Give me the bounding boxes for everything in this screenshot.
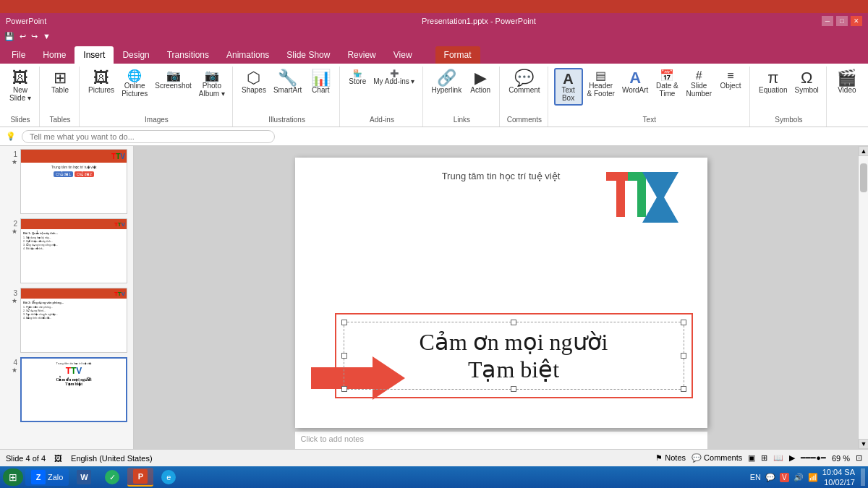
slide-img-2: T T V Bài 1: Quản trị máy tính... 1. Nội…: [20, 218, 127, 283]
slide-num-2: 2: [7, 220, 17, 228]
scroll-thumb[interactable]: [860, 163, 867, 192]
restore-button[interactable]: □: [836, 16, 848, 26]
pictures-button[interactable]: 🖼 Pictures: [85, 68, 117, 96]
tell-me-input[interactable]: [22, 130, 275, 143]
taskbar-zalo[interactable]: Z Zalo: [25, 468, 69, 486]
handle-bl[interactable]: [341, 386, 347, 392]
audio-button[interactable]: 🔊 Audio: [863, 68, 868, 96]
tab-design[interactable]: Design: [114, 46, 158, 64]
slide-thumb-2[interactable]: 2 ★ T T V Bài 1: Quản trị máy tính... 1.…: [3, 218, 130, 283]
view-slide-sorter-icon[interactable]: ⊞: [761, 453, 767, 463]
zoom-slider[interactable]: ━━━●━: [801, 453, 826, 463]
handle-mr[interactable]: [681, 353, 686, 359]
qat-redo[interactable]: ↪: [30, 30, 39, 43]
tab-view[interactable]: View: [385, 46, 421, 64]
slide-number-button[interactable]: # SlideNumber: [683, 68, 715, 100]
new-slide-button[interactable]: 🖼 NewSlide ▾: [6, 68, 35, 104]
zoom-fit-icon[interactable]: ⊡: [856, 453, 862, 463]
slide-thumb-4[interactable]: 4 ★ Trung tâm tin học trí tuệ việt T T V…: [3, 357, 130, 422]
qat-more[interactable]: ▼: [41, 30, 52, 42]
taskbar-word[interactable]: W: [71, 468, 97, 486]
ribbon-group-images: 🖼 Pictures 🌐 OnlinePictures 📷 Screenshot…: [81, 67, 233, 127]
date-display: 10/02/17: [822, 477, 855, 487]
header-footer-icon: ▤: [595, 70, 606, 82]
tab-review[interactable]: Review: [339, 46, 384, 64]
tab-slideshow[interactable]: Slide Show: [278, 46, 339, 64]
green-app-icon: ✓: [105, 470, 119, 484]
taskbar-powerpoint[interactable]: P: [127, 468, 153, 487]
object-button[interactable]: ≡ Object: [716, 68, 745, 92]
images-group-label: Images: [145, 116, 169, 125]
tab-transitions[interactable]: Transitions: [158, 46, 218, 64]
date-time-icon: 📅: [660, 70, 674, 82]
slides-group-label: Slides: [10, 116, 30, 125]
scroll-up-button[interactable]: ▲: [859, 146, 868, 156]
start-button[interactable]: ⊞: [3, 468, 23, 486]
slide-thumb-3[interactable]: 3 ★ T T V Bài 2: Ứng dụng văn phòng... 1…: [3, 288, 130, 353]
scroll-down-button[interactable]: ▼: [859, 439, 868, 449]
taskbar-green[interactable]: ✓: [99, 468, 125, 486]
view-slideshow-icon[interactable]: ▶: [789, 453, 795, 463]
taskbar-ie[interactable]: e: [156, 468, 182, 486]
handle-bc[interactable]: [511, 386, 516, 392]
main-text-box[interactable]: Cảm ơn mọi người Tạm biệt: [335, 313, 693, 398]
shapes-button[interactable]: ⬡ Shapes: [239, 68, 269, 96]
wordart-button[interactable]: A WordArt: [619, 68, 652, 96]
table-button[interactable]: ⊞ Table: [46, 68, 75, 96]
my-addins-button[interactable]: ➕ My Add-ins ▾: [370, 68, 417, 87]
symbol-button[interactable]: Ω Symbol: [791, 68, 821, 96]
addins-group-label: Add-ins: [370, 116, 394, 125]
links-group-label: Links: [454, 116, 470, 125]
photo-album-button[interactable]: 📷 PhotoAlbum ▾: [196, 68, 228, 100]
action-button[interactable]: ▶ Action: [466, 68, 495, 96]
slide-thumb-1[interactable]: 1 ★ T T V Trung tâm tin học trí tuệ việt…: [3, 149, 130, 214]
comment-button[interactable]: 💬 Comment: [506, 68, 542, 96]
tab-file[interactable]: File: [3, 46, 34, 64]
illustrations-group-label: Illustrations: [268, 116, 305, 125]
equation-button[interactable]: π Equation: [756, 68, 790, 96]
tab-insert[interactable]: Insert: [75, 46, 114, 64]
tab-animations[interactable]: Animations: [218, 46, 278, 64]
tam-biet-text: Tạm biệt: [350, 356, 678, 383]
show-desktop-button[interactable]: [861, 468, 865, 486]
volume-icon[interactable]: 🔊: [793, 473, 804, 482]
qat-undo[interactable]: ↩: [18, 30, 27, 43]
hyperlink-button[interactable]: 🔗 Hyperlink: [429, 68, 465, 96]
handle-tr[interactable]: [681, 320, 686, 325]
taskbar: ⊞ Z Zalo W ✓ P e EN 💬 V 🔊 📶 10:04 SA 10/…: [0, 466, 868, 488]
date-time-button[interactable]: 📅 Date &Time: [652, 68, 681, 100]
video-button[interactable]: 🎬 Video: [833, 68, 861, 96]
minimize-button[interactable]: ─: [822, 16, 833, 26]
window-title: Presentation1.pptx - PowerPoint: [136, 17, 822, 25]
wordart-icon: A: [629, 70, 641, 86]
chart-button[interactable]: 📊 Chart: [306, 68, 335, 96]
comments-button[interactable]: 💬 Comments: [692, 453, 742, 463]
hyperlink-icon: 🔗: [437, 70, 456, 86]
handle-br[interactable]: [681, 386, 686, 392]
text-box-button[interactable]: A TextBox: [554, 68, 583, 106]
online-pictures-button[interactable]: 🌐 OnlinePictures: [119, 68, 150, 100]
handle-tc[interactable]: [511, 320, 516, 325]
slide-canvas: Trung tâm tin học trí tuệ việt: [295, 158, 707, 428]
header-footer-button[interactable]: ▤ Header& Footer: [584, 68, 618, 100]
search-bar: 💡: [0, 127, 868, 146]
notes-area[interactable]: Click to add notes: [295, 431, 707, 450]
tab-home[interactable]: Home: [34, 46, 75, 64]
vietkey-icon: V: [780, 473, 789, 482]
view-reading-icon[interactable]: 📖: [773, 453, 783, 463]
store-button[interactable]: 🏪 Store: [346, 68, 369, 87]
qat-save[interactable]: 💾: [3, 30, 16, 43]
tab-format[interactable]: Format: [435, 46, 480, 64]
view-normal-icon[interactable]: ▣: [748, 453, 755, 463]
smartart-button[interactable]: 🔧 SmartArt: [271, 68, 305, 96]
right-scrollbar[interactable]: ▲ ▼: [858, 146, 868, 449]
notes-button[interactable]: ⚑ Notes: [655, 453, 686, 463]
word-icon: W: [77, 470, 91, 484]
slide-img-1: T T V Trung tâm tin học trí tuệ việt Chủ…: [20, 149, 127, 214]
screenshot-button[interactable]: 📷 Screenshot: [152, 68, 195, 92]
handle-tl[interactable]: [341, 320, 347, 325]
close-button[interactable]: ✕: [851, 16, 862, 26]
handle-ml[interactable]: [341, 353, 347, 359]
svg-marker-3: [642, 172, 678, 223]
smartart-icon: 🔧: [278, 70, 297, 86]
